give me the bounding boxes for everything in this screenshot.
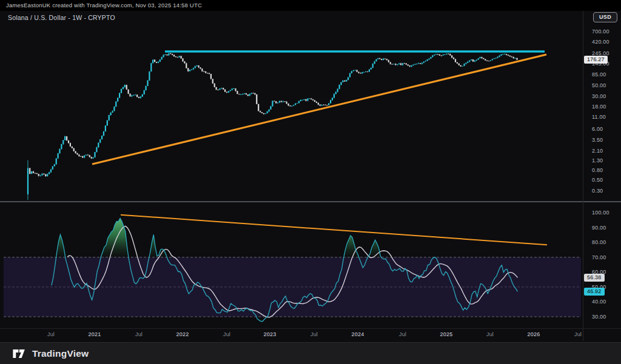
price-tick-label: 0.50: [592, 177, 603, 183]
price-tick-label: 2.10: [592, 148, 603, 154]
rsi-tick-label: 70.00: [592, 254, 606, 260]
tradingview-logo-icon[interactable]: [12, 348, 27, 360]
rsi-ma-value-badge: 56.38: [584, 274, 605, 282]
time-tick-label: Jul: [310, 331, 318, 337]
time-tick-label: Jul: [574, 331, 582, 337]
price-tick-label: 420.00: [592, 39, 609, 45]
time-tick-label: 2025: [440, 331, 453, 337]
price-tick-label: 1.30: [592, 157, 603, 164]
time-tick-label: 2023: [264, 331, 277, 337]
price-axis[interactable]: 176.27 56.38 46.92 700.00420.00245.00145…: [583, 11, 621, 341]
support-trendline[interactable]: [92, 55, 546, 164]
price-tick-label: 700.00: [592, 28, 609, 35]
price-tick-label: 0.80: [592, 167, 603, 173]
time-axis[interactable]: Jul2021Jul2022Jul2023Jul2024Jul2025Jul20…: [0, 329, 582, 341]
rsi-tick-label: 30.00: [592, 314, 606, 320]
price-tick-label: 0.30: [592, 188, 603, 194]
time-tick-label: Jul: [47, 331, 55, 337]
time-tick-label: Jul: [486, 331, 494, 337]
price-tick-label: 11.00: [592, 114, 606, 120]
rsi-value-badge: 46.92: [584, 288, 605, 296]
attribution-text: JamesEastonUK created with TradingView.c…: [6, 2, 202, 8]
price-tick-label: 245.00: [592, 50, 609, 56]
candles-layer: [27, 53, 518, 200]
rsi-downtrend-line[interactable]: [121, 215, 547, 245]
price-tick-label: 6.00: [592, 126, 603, 132]
time-tick-label: 2021: [89, 331, 101, 337]
brand-text: TradingView: [32, 348, 89, 359]
symbol-title: Solana / U.S. Dollar - 1W - CRYPTO: [8, 14, 115, 21]
rsi-tick-label: 40.00: [592, 299, 606, 305]
price-tick-label: 50.00: [592, 82, 606, 88]
attribution-bar: JamesEastonUK created with TradingView.c…: [0, 0, 621, 11]
rsi-tick-label: 80.00: [592, 239, 606, 245]
time-tick-label: Jul: [135, 331, 143, 337]
tradingview-chart-window: JamesEastonUK created with TradingView.c…: [0, 0, 621, 364]
currency-toggle-button[interactable]: USD: [593, 12, 617, 22]
time-tick-label: 2026: [528, 331, 540, 337]
footer-bar: TradingView: [0, 342, 621, 364]
chart-canvas[interactable]: [0, 0, 621, 364]
price-tick-label: 18.00: [592, 104, 606, 110]
time-tick-label: 2022: [176, 331, 189, 337]
price-tick-label: 85.00: [592, 71, 606, 78]
current-price-badge: 176.27: [584, 56, 608, 64]
time-tick-label: Jul: [399, 331, 406, 337]
price-tick-label: 30.00: [592, 93, 606, 99]
time-tick-label: 2024: [352, 331, 364, 337]
rsi-tick-label: 100.00: [592, 210, 609, 216]
rsi-tick-label: 90.00: [592, 225, 606, 231]
price-tick-label: 3.50: [592, 137, 603, 143]
time-tick-label: Jul: [223, 331, 230, 337]
